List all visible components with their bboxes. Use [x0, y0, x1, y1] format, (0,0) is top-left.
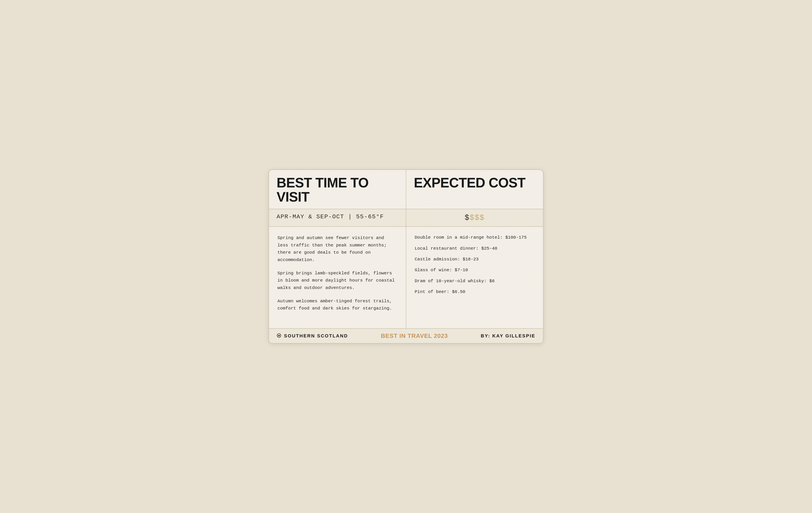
content-row: Spring and autumn see fewer visitors and…: [269, 227, 543, 328]
paragraph-1: Spring and autumn see fewer visitors and…: [278, 234, 397, 264]
footer-author: BY: KAY GILLESPIE: [481, 333, 535, 339]
cost-item-beer: Pint of beer: $6.50: [415, 289, 534, 295]
cost-content: Double room in a mid-range hotel: $100-1…: [406, 227, 543, 328]
cost-level-cell: $$$$: [406, 209, 543, 226]
footer-location: ⦿ SOUTHERN SCOTLAND: [277, 333, 348, 339]
location-label: SOUTHERN SCOTLAND: [284, 333, 348, 339]
cost-item-wine: Glass of wine: $7-10: [415, 267, 534, 273]
header-row: BEST TIME TO VISIT EXPECTED COST: [269, 170, 543, 209]
cost-item-restaurant: Local restaurant dinner: $25-40: [415, 246, 534, 252]
cost-inactive: $$$: [470, 213, 485, 222]
cost-active: $: [465, 213, 470, 222]
cost-item-hotel: Double room in a mid-range hotel: $100-1…: [415, 234, 534, 240]
expected-cost-title: EXPECTED COST: [414, 176, 535, 190]
footer-row: ⦿ SOUTHERN SCOTLAND BEST IN TRAVEL 2023 …: [269, 328, 543, 343]
best-time-header-cell: BEST TIME TO VISIT: [269, 170, 406, 209]
paragraph-3: Autumn welcomes amber-tinged forest trai…: [278, 297, 397, 312]
paragraph-2: Spring brings lamb-speckled fields, flow…: [278, 270, 397, 292]
best-time-title: BEST TIME TO VISIT: [277, 176, 398, 204]
subheader-row: APR-MAY & SEP-OCT | 55-65°F $$$$: [269, 209, 543, 227]
time-range-cell: APR-MAY & SEP-OCT | 55-65°F: [269, 209, 406, 226]
cost-item-whisky: Dram of 10-year-old whisky: $6: [415, 278, 534, 284]
best-time-content: Spring and autumn see fewer visitors and…: [269, 227, 406, 328]
cost-item-castle: Castle admission: $18-23: [415, 256, 534, 262]
pin-icon: ⦿: [277, 333, 282, 339]
cost-display: $$$$: [414, 213, 535, 222]
expected-cost-header-cell: EXPECTED COST: [406, 170, 543, 209]
travel-card: BEST TIME TO VISIT EXPECTED COST APR-MAY…: [268, 169, 544, 344]
footer-brand: BEST IN TRAVEL 2023: [381, 333, 448, 339]
